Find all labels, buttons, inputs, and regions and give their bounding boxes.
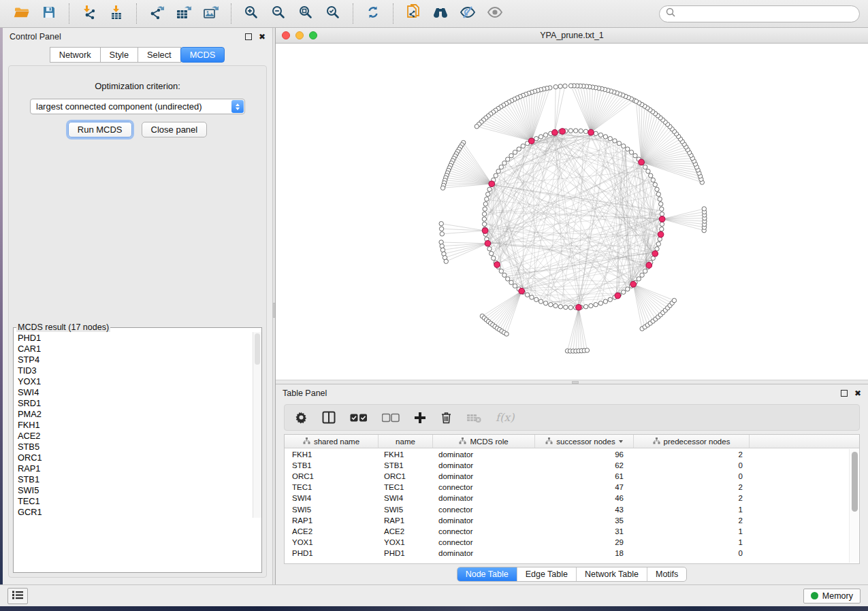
cell-predecessor-nodes[interactable]: 1 (634, 526, 750, 537)
cell-name[interactable]: ACE2 (379, 526, 433, 537)
control-panel-tab[interactable]: Network (50, 47, 101, 63)
hide-selected-button[interactable] (454, 2, 481, 25)
splitter-grip[interactable] (572, 381, 579, 384)
mcds-result-item[interactable]: FKH1 (18, 420, 253, 431)
mcds-result-item[interactable]: GCR1 (18, 507, 253, 518)
cell-predecessor-nodes[interactable]: 1 (634, 503, 750, 514)
cell-predecessor-nodes[interactable]: 2 (634, 449, 750, 460)
table-row[interactable]: ACE2 ACE2 connector 31 1 (285, 526, 859, 537)
cell-predecessor-nodes[interactable]: 2 (634, 482, 750, 493)
table-column-header[interactable]: shared name (285, 435, 379, 448)
cell-mcds-role[interactable]: dominator (433, 493, 535, 503)
horizontal-splitter[interactable] (276, 380, 868, 384)
cell-predecessor-nodes[interactable]: 2 (634, 493, 750, 503)
delete-columns-button[interactable] (440, 411, 452, 424)
cell-mcds-role[interactable]: dominator (433, 460, 535, 471)
cell-successor-nodes[interactable]: 29 (535, 537, 634, 548)
show-all-button[interactable] (481, 2, 509, 25)
cell-shared-name[interactable]: PHD1 (285, 548, 379, 559)
cell-mcds-role[interactable]: dominator (433, 515, 535, 526)
zoom-in-button[interactable] (238, 2, 265, 25)
cell-predecessor-nodes[interactable]: 0 (634, 460, 750, 471)
search-input[interactable] (677, 7, 859, 20)
close-panel-icon[interactable]: ✖ (259, 33, 266, 40)
cell-predecessor-nodes[interactable]: 0 (634, 548, 750, 559)
table-settings-button[interactable] (295, 411, 308, 424)
cell-predecessor-nodes[interactable]: 1 (634, 537, 750, 548)
function-builder-button[interactable]: f(x) (496, 411, 514, 424)
control-panel-tab[interactable]: MCDS (180, 47, 225, 63)
zoom-out-button[interactable] (265, 2, 292, 25)
cell-name[interactable]: SWI5 (379, 503, 433, 514)
cell-mcds-role[interactable]: dominator (433, 471, 535, 482)
cell-mcds-role[interactable]: dominator (433, 548, 535, 559)
export-network-button[interactable] (143, 2, 170, 25)
mcds-result-item[interactable]: ORC1 (18, 452, 253, 463)
save-session-button[interactable] (35, 2, 63, 25)
table-row[interactable]: STB1 STB1 dominator 62 0 (285, 460, 859, 471)
cell-mcds-role[interactable]: dominator (433, 449, 535, 460)
cell-name[interactable]: FKH1 (379, 449, 433, 460)
cell-shared-name[interactable]: TEC1 (285, 482, 379, 493)
scrollbar-thumb[interactable] (852, 452, 858, 512)
export-image-button[interactable] (197, 2, 225, 25)
table-row[interactable]: PHD1 PHD1 dominator 18 0 (285, 548, 859, 559)
cell-successor-nodes[interactable]: 18 (535, 548, 634, 559)
table-row[interactable]: YOX1 YOX1 connector 29 1 (285, 537, 859, 548)
cell-mcds-role[interactable]: connector (433, 537, 535, 548)
float-panel-icon[interactable] (841, 390, 848, 397)
cell-successor-nodes[interactable]: 96 (535, 449, 634, 460)
mcds-result-item[interactable]: YOX1 (18, 376, 253, 387)
cell-name[interactable]: RAP1 (379, 515, 433, 526)
mcds-result-item[interactable]: STB1 (18, 474, 253, 485)
table-panel-tab[interactable]: Edge Table (517, 567, 576, 581)
table-row[interactable]: TEC1 TEC1 connector 47 2 (285, 482, 859, 493)
first-neighbors-button[interactable] (427, 2, 454, 25)
cell-successor-nodes[interactable]: 47 (535, 482, 634, 493)
mcds-result-item[interactable]: TEC1 (18, 496, 253, 507)
mcds-result-item[interactable]: PMA2 (18, 409, 253, 420)
cell-predecessor-nodes[interactable]: 2 (634, 515, 750, 526)
cell-successor-nodes[interactable]: 35 (535, 515, 634, 526)
cell-predecessor-nodes[interactable]: 0 (634, 471, 750, 482)
task-history-button[interactable] (7, 588, 28, 604)
select-all-rows-button[interactable] (350, 413, 368, 423)
cell-shared-name[interactable]: ACE2 (285, 526, 379, 537)
float-panel-icon[interactable] (245, 33, 252, 40)
close-panel-button[interactable]: Close panel (142, 122, 208, 137)
cell-mcds-role[interactable]: connector (433, 526, 535, 537)
table-row[interactable]: RAP1 RAP1 dominator 35 2 (285, 515, 859, 526)
cell-shared-name[interactable]: FKH1 (285, 449, 379, 460)
cell-shared-name[interactable]: ORC1 (285, 471, 379, 482)
cell-shared-name[interactable]: STB1 (285, 460, 379, 471)
cell-shared-name[interactable]: SWI5 (285, 503, 379, 514)
import-table-button[interactable] (103, 2, 130, 25)
table-panel-tab[interactable]: Motifs (647, 567, 686, 581)
mcds-result-item[interactable]: PHD1 (18, 333, 253, 344)
splitter-grip[interactable] (273, 303, 275, 318)
refresh-button[interactable] (359, 2, 387, 25)
toggle-panel-layout-button[interactable] (322, 411, 336, 424)
network-canvas[interactable] (276, 44, 868, 380)
control-panel-tab[interactable]: Select (138, 47, 181, 63)
import-network-button[interactable] (76, 2, 103, 25)
memory-button[interactable]: Memory (803, 589, 861, 604)
table-row[interactable]: FKH1 FKH1 dominator 96 2 (285, 449, 859, 460)
cell-successor-nodes[interactable]: 46 (535, 493, 634, 503)
mcds-result-item[interactable]: SWI4 (18, 387, 253, 398)
cell-name[interactable]: STB1 (379, 460, 433, 471)
cell-successor-nodes[interactable]: 62 (535, 460, 634, 471)
mcds-result-item[interactable]: RAP1 (18, 463, 253, 474)
table-scrollbar[interactable] (849, 449, 858, 563)
cell-name[interactable]: TEC1 (379, 482, 433, 493)
table-row[interactable]: SWI4 SWI4 dominator 46 2 (285, 493, 859, 503)
cell-successor-nodes[interactable]: 61 (535, 471, 634, 482)
table-row[interactable]: SWI5 SWI5 connector 43 1 (285, 503, 859, 514)
control-panel-tab[interactable]: Style (100, 47, 138, 63)
cell-shared-name[interactable]: YOX1 (285, 537, 379, 548)
mcds-list-scrollbar[interactable] (253, 332, 261, 518)
new-network-from-selection-button[interactable] (400, 2, 427, 25)
zoom-selected-button[interactable] (319, 2, 347, 25)
criterion-select[interactable]: largest connected component (undirected) (30, 99, 245, 114)
table-column-header[interactable]: name (379, 435, 433, 448)
